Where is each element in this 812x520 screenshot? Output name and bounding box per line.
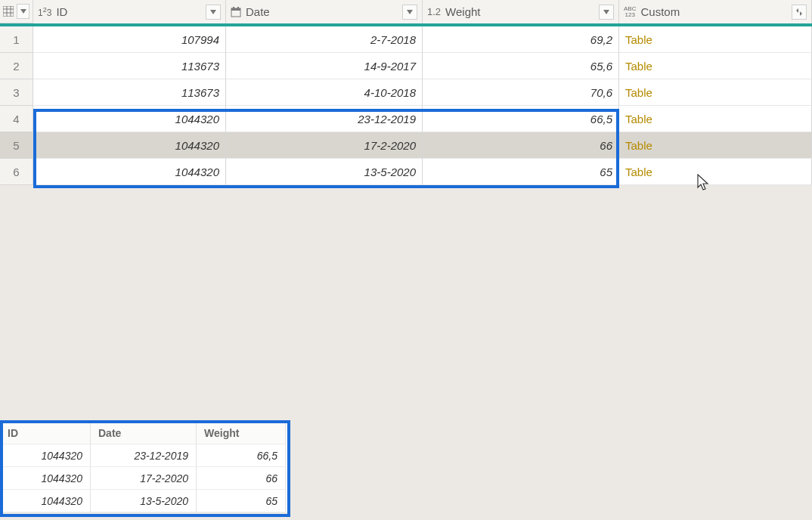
preview-cell-id[interactable]: 1044320 (0, 490, 91, 512)
row-number[interactable]: 5 (0, 132, 33, 159)
grid-body: 1 107994 2-7-2018 69,2 Table 2 113673 14… (0, 26, 812, 185)
cell-weight[interactable]: 66 (423, 132, 619, 159)
preview-row[interactable]: 1044320 23-12-2019 66,5 (0, 444, 287, 467)
table-icon (3, 5, 14, 17)
table-row[interactable]: 2 113673 14-9-2017 65,6 Table (0, 53, 812, 79)
column-header-id[interactable]: 123 ID (33, 0, 226, 23)
row-number[interactable]: 2 (0, 53, 33, 79)
column-header-weight[interactable]: 1.2 Weight (423, 0, 619, 23)
preview-cell-date[interactable]: 13-5-2020 (91, 490, 197, 512)
row-number[interactable]: 1 (0, 26, 33, 53)
cell-custom[interactable]: Table (619, 79, 812, 106)
preview-header-date[interactable]: Date (91, 422, 197, 444)
any-icon: ABC 123 (624, 6, 636, 18)
cell-id[interactable]: 1044320 (33, 132, 226, 159)
cell-date[interactable]: 17-2-2020 (226, 132, 423, 159)
table-row[interactable]: 3 113673 4-10-2018 70,6 Table (0, 79, 812, 106)
cell-id[interactable]: 113673 (33, 79, 226, 106)
preview-row[interactable]: 1044320 13-5-2020 65 (0, 490, 287, 512)
preview-cell-id[interactable]: 1044320 (0, 467, 91, 490)
row-number[interactable]: 4 (0, 106, 33, 132)
filter-button-weight[interactable] (599, 5, 614, 20)
table-row[interactable]: 5 1044320 17-2-2020 66 Table (0, 132, 812, 159)
cell-date[interactable]: 4-10-2018 (226, 79, 423, 106)
filter-button-date[interactable] (402, 5, 417, 20)
cell-weight[interactable]: 65,6 (423, 53, 619, 79)
cell-weight[interactable]: 65 (423, 159, 619, 185)
cell-id[interactable]: 107994 (33, 26, 226, 53)
preview-row[interactable]: 1044320 17-2-2020 66 (0, 467, 287, 490)
cell-date[interactable]: 14-9-2017 (226, 53, 423, 79)
cell-id[interactable]: 1044320 (33, 159, 226, 185)
table-row[interactable]: 6 1044320 13-5-2020 65 Table (0, 159, 812, 185)
preview-header-id[interactable]: ID (0, 422, 91, 444)
cell-date[interactable]: 23-12-2019 (226, 106, 423, 132)
table-menu-button[interactable] (17, 4, 29, 19)
row-number[interactable]: 6 (0, 159, 33, 185)
column-label: ID (56, 5, 203, 18)
cell-date[interactable]: 13-5-2020 (226, 159, 423, 185)
cell-custom[interactable]: Table (619, 106, 812, 132)
preview-cell-date[interactable]: 23-12-2019 (91, 444, 197, 467)
svg-rect-6 (231, 8, 240, 11)
preview-table[interactable]: ID Date Weight 1044320 23-12-2019 66,5 1… (0, 422, 287, 512)
cell-weight[interactable]: 66,5 (423, 106, 619, 132)
svg-rect-0 (3, 6, 14, 17)
expand-button-custom[interactable] (792, 5, 807, 20)
main-data-grid[interactable]: 123 ID Date 1.2 Weight ABC (0, 0, 812, 185)
preview-cell-id[interactable]: 1044320 (0, 444, 91, 467)
cell-date[interactable]: 2-7-2018 (226, 26, 423, 53)
cell-weight[interactable]: 69,2 (423, 26, 619, 53)
int-icon: 123 (38, 6, 51, 18)
cell-id[interactable]: 1044320 (33, 106, 226, 132)
cell-id[interactable]: 113673 (33, 53, 226, 79)
preview-cell-weight[interactable]: 66,5 (197, 444, 286, 467)
filter-button-id[interactable] (206, 5, 221, 20)
cell-custom[interactable]: Table (619, 26, 812, 53)
preview-cell-weight[interactable]: 66 (197, 467, 286, 490)
row-number[interactable]: 3 (0, 79, 33, 106)
preview-header-weight[interactable]: Weight (197, 422, 286, 444)
preview-cell-weight[interactable]: 65 (197, 490, 286, 512)
date-icon (231, 7, 241, 17)
cell-custom[interactable]: Table (619, 159, 812, 185)
row-number-header[interactable] (0, 0, 33, 23)
column-label: Custom (640, 5, 789, 18)
preview-cell-date[interactable]: 17-2-2020 (91, 467, 197, 490)
column-label: Weight (445, 5, 596, 18)
column-header-date[interactable]: Date (226, 0, 423, 23)
preview-header-row: ID Date Weight (0, 422, 287, 444)
table-row[interactable]: 1 107994 2-7-2018 69,2 Table (0, 26, 812, 53)
column-header-custom[interactable]: ABC 123 Custom (619, 0, 812, 23)
column-label: Date (246, 5, 399, 18)
cell-weight[interactable]: 70,6 (423, 79, 619, 106)
table-row[interactable]: 4 1044320 23-12-2019 66,5 Table (0, 106, 812, 132)
cell-custom[interactable]: Table (619, 53, 812, 79)
grid-header-row: 123 ID Date 1.2 Weight ABC (0, 0, 812, 26)
decimal-icon: 1.2 (427, 6, 441, 17)
cell-custom[interactable]: Table (619, 132, 812, 159)
